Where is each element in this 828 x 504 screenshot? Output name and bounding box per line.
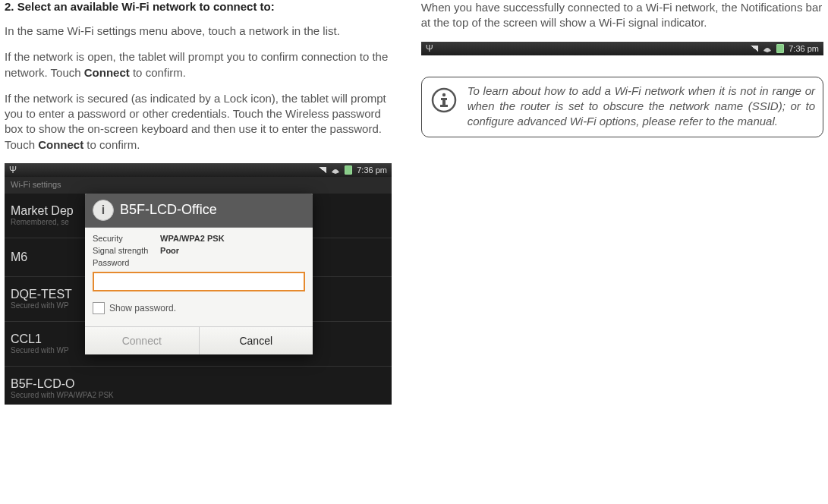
svg-point-1 [442,93,445,96]
status-time: 7:36 pm [357,165,387,175]
password-input[interactable] [93,272,305,291]
wifi-signal-icon [763,45,772,52]
wifi-signal-icon [331,166,340,174]
signal-value: Poor [160,246,179,255]
notif-time: 7:36 pm [789,44,819,53]
show-password-label: Show password. [109,303,176,313]
dialog-title: B5F-LCD-Office [120,202,217,218]
tip-text: To learn about how to add a Wi-Fi networ… [468,83,815,130]
tip-info-icon [428,83,460,130]
p3-connect-bold: Connect [38,138,83,151]
usb-icon: Ψ [426,43,433,54]
dialog-title-bar: i B5F-LCD-Office [85,194,313,228]
tip-callout-box: To learn about how to add a Wi-Fi networ… [421,77,823,138]
paragraph-3: If the network is secured (as indicated … [5,91,392,153]
wifi-settings-screenshot: Ψ 7:36 pm Wi-Fi settings Market Dep Reme… [5,163,392,405]
cell-signal-icon [319,167,326,173]
battery-icon [345,165,352,175]
svg-rect-3 [442,98,445,106]
network-name: B5F-LCD-O [11,377,386,391]
show-password-row[interactable]: Show password. [93,302,305,314]
battery-icon [776,44,784,53]
dialog-security-row: Security WPA/WPA2 PSK [93,234,305,243]
p2-text-b: to confirm. [130,66,186,79]
paragraph-1: In the same Wi-Fi settings menu above, t… [5,24,392,39]
security-label: Security [93,234,158,243]
p3-text-b: to confirm. [83,138,140,151]
wifi-connect-dialog: i B5F-LCD-Office Security WPA/WPA2 PSK S… [85,194,313,354]
notification-bar-screenshot: Ψ 7:36 pm [421,42,823,55]
signal-label: Signal strength [93,246,158,255]
svg-rect-4 [440,105,448,107]
list-item[interactable]: B5F-LCD-O Secured with WPA/WPA2 PSK [5,367,392,405]
security-value: WPA/WPA2 PSK [160,234,225,243]
show-password-checkbox[interactable] [93,302,105,314]
p2-connect-bold: Connect [84,66,130,79]
usb-icon: Ψ [9,165,17,175]
dialog-signal-row: Signal strength Poor [93,246,305,255]
cell-signal-icon [751,46,758,52]
right-paragraph-1: When you have successfully connected to … [421,0,823,31]
info-icon: i [93,200,114,221]
network-subtext: Secured with WPA/WPA2 PSK [11,391,386,399]
password-label: Password [93,258,158,267]
paragraph-2: If the network is open, the tablet will … [5,49,392,80]
p2-text-a: If the network is open, the tablet will … [5,50,388,78]
step-heading: 2. Select an available Wi-Fi network to … [5,0,392,13]
cancel-button[interactable]: Cancel [200,327,313,354]
status-bar: Ψ 7:36 pm [5,163,392,177]
wifi-settings-section-label: Wi-Fi settings [5,177,392,194]
connect-button[interactable]: Connect [85,327,200,354]
